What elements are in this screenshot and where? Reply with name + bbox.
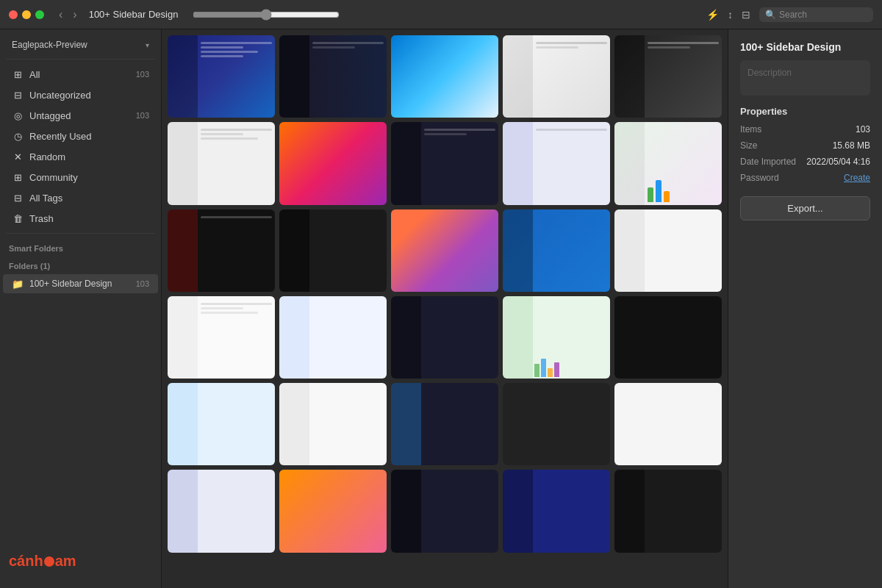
- logo-dot: [44, 556, 54, 567]
- close-button[interactable]: [9, 10, 18, 19]
- uncategorized-icon: ⊟: [12, 89, 24, 101]
- image-cell[interactable]: [614, 122, 722, 204]
- nav-buttons: ‹ ›: [56, 7, 80, 23]
- logo-text: cánh: [9, 553, 43, 569]
- random-icon: ✕: [12, 151, 24, 162]
- recently-used-icon: ◷: [12, 130, 24, 142]
- logo-text-2: am: [55, 553, 76, 569]
- divider-2: [6, 233, 155, 234]
- password-label: Password: [740, 173, 779, 183]
- password-create-link[interactable]: Create: [844, 173, 870, 183]
- image-cell[interactable]: [168, 122, 275, 204]
- image-cell[interactable]: [168, 35, 275, 118]
- image-cell[interactable]: [391, 122, 498, 204]
- logo-area: cánham: [0, 539, 161, 582]
- community-icon: ⊞: [12, 171, 24, 183]
- logo: cánham: [9, 551, 152, 570]
- folder-icon: 📁: [12, 278, 24, 290]
- size-value: 15.68 MB: [833, 140, 870, 151]
- lightning-icon[interactable]: ⚡: [706, 9, 719, 21]
- image-cell[interactable]: [279, 296, 387, 379]
- all-icon: ⊞: [12, 68, 24, 80]
- property-date: Date Imported 2022/05/04 4:16: [740, 157, 870, 167]
- property-size: Size 15.68 MB: [740, 140, 870, 151]
- search-input[interactable]: [779, 10, 867, 20]
- untagged-icon: ◎: [12, 110, 24, 121]
- image-cell[interactable]: [614, 470, 722, 552]
- date-label: Date Imported: [740, 157, 796, 167]
- image-cell[interactable]: [614, 35, 722, 118]
- size-label: Size: [740, 140, 757, 151]
- image-cell[interactable]: [279, 470, 387, 552]
- sidebar-item-trash[interactable]: 🗑 Trash: [3, 209, 158, 228]
- properties-label: Properties: [740, 106, 870, 117]
- toolbar-icons: ⚡ ↕ ⊟ 🔍: [706, 7, 873, 22]
- search-icon: 🔍: [765, 10, 776, 20]
- image-cell[interactable]: [279, 35, 387, 118]
- sidebar-item-all[interactable]: ⊞ All 103: [3, 65, 158, 84]
- sidebar-item-community[interactable]: ⊞ Community: [3, 168, 158, 187]
- image-cell[interactable]: [279, 122, 387, 204]
- image-cell[interactable]: [168, 470, 275, 552]
- image-cell[interactable]: [391, 470, 498, 552]
- image-cell[interactable]: [503, 35, 610, 118]
- sidebar-item-untagged[interactable]: ◎ Untagged 103: [3, 106, 158, 125]
- property-items: Items 103: [740, 124, 870, 135]
- image-cell[interactable]: [391, 35, 498, 118]
- property-password: Password Create: [740, 173, 870, 183]
- sidebar-item-folder[interactable]: 📁 100+ Sidebar Design 103: [3, 274, 158, 293]
- all-tags-icon: ⊟: [12, 192, 24, 204]
- content-area: [162, 29, 728, 588]
- image-cell[interactable]: [614, 383, 722, 465]
- image-cell[interactable]: [391, 209, 498, 292]
- image-cell[interactable]: [168, 296, 275, 379]
- image-grid: [168, 35, 722, 553]
- filter-icon[interactable]: ⊟: [742, 9, 750, 21]
- image-cell[interactable]: [391, 296, 498, 379]
- sidebar-item-all-tags[interactable]: ⊟ All Tags: [3, 188, 158, 207]
- chevron-icon: ▾: [146, 41, 149, 49]
- image-cell[interactable]: [503, 383, 610, 465]
- sidebar-app-name[interactable]: Eaglepack-Preview ▾: [3, 36, 158, 54]
- sidebar-item-random[interactable]: ✕ Random: [3, 147, 158, 166]
- image-cell[interactable]: [503, 122, 610, 204]
- zoom-slider[interactable]: [193, 9, 340, 21]
- image-cell[interactable]: [503, 470, 610, 552]
- image-cell[interactable]: [168, 209, 275, 292]
- traffic-lights: [9, 10, 44, 19]
- trash-icon: 🗑: [12, 212, 24, 224]
- sidebar-item-uncategorized[interactable]: ⊟ Uncategorized: [3, 85, 158, 104]
- export-button[interactable]: Export...: [740, 196, 870, 220]
- panel-title: 100+ Sidebar Design: [740, 41, 870, 53]
- folders-header: Folders (1): [0, 256, 161, 273]
- image-cell[interactable]: [391, 383, 498, 465]
- sidebar-item-recently-used[interactable]: ◷ Recently Used: [3, 126, 158, 146]
- nav-forward-button[interactable]: ›: [70, 7, 79, 23]
- panel-description[interactable]: Description: [740, 60, 870, 96]
- minimize-button[interactable]: [22, 10, 31, 19]
- date-value: 2022/05/04 4:16: [806, 157, 870, 167]
- image-cell[interactable]: [279, 209, 387, 292]
- window-title: 100+ Sidebar Design: [89, 9, 179, 20]
- divider: [6, 59, 155, 60]
- sidebar: Eaglepack-Preview ▾ ⊞ All 103 ⊟ Uncatego…: [0, 29, 162, 588]
- main-layout: Eaglepack-Preview ▾ ⊞ All 103 ⊟ Uncatego…: [0, 29, 882, 588]
- image-cell[interactable]: [614, 209, 722, 292]
- image-cell[interactable]: [168, 383, 275, 465]
- right-panel: 100+ Sidebar Design Description Properti…: [728, 29, 882, 588]
- items-label: Items: [740, 124, 761, 135]
- nav-back-button[interactable]: ‹: [56, 7, 65, 23]
- image-cell[interactable]: [503, 296, 610, 379]
- items-value: 103: [856, 124, 870, 135]
- maximize-button[interactable]: [35, 10, 44, 19]
- image-cell[interactable]: [279, 383, 387, 465]
- smart-folders-header: Smart Folders: [0, 238, 161, 256]
- sort-icon[interactable]: ↕: [728, 9, 733, 21]
- image-cell[interactable]: [614, 296, 722, 379]
- image-cell[interactable]: [503, 209, 610, 292]
- title-bar: ‹ › 100+ Sidebar Design ⚡ ↕ ⊟ 🔍: [0, 0, 882, 29]
- search-box[interactable]: 🔍: [759, 7, 873, 22]
